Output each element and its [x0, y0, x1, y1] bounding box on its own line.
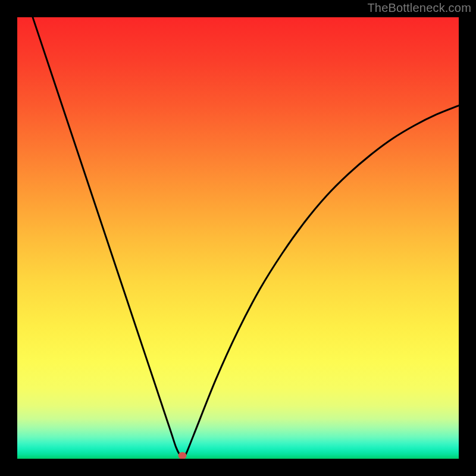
plot-area	[17, 17, 459, 459]
chart-frame: TheBottleneck.com	[0, 0, 476, 476]
curve-svg	[17, 17, 459, 459]
bottleneck-curve	[33, 17, 459, 458]
attribution-text: TheBottleneck.com	[367, 1, 471, 15]
